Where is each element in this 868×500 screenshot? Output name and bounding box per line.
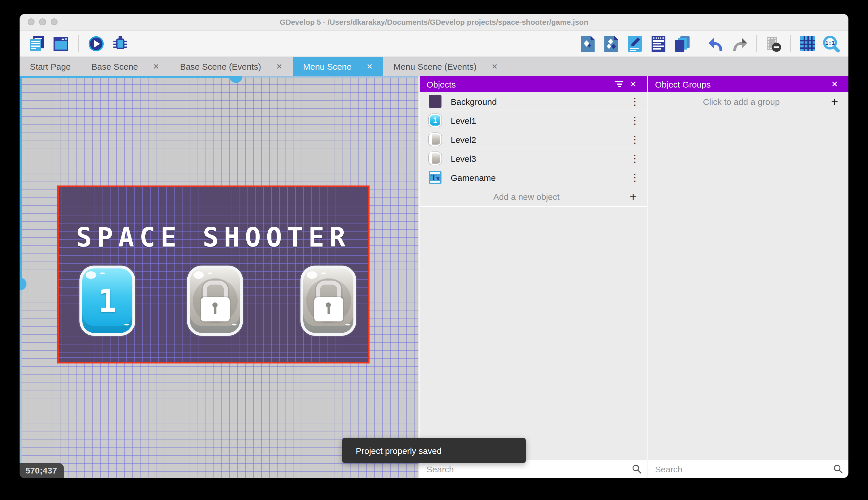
filter-icon	[615, 81, 623, 87]
groups-search-row	[648, 460, 848, 478]
game-title-text-object[interactable]: SPACE SHOOTER	[59, 222, 368, 253]
groups-search-input[interactable]	[648, 460, 848, 478]
search-icon	[632, 464, 641, 474]
instances-list-icon	[651, 35, 666, 52]
zoom-window-button[interactable]	[51, 19, 58, 25]
search-icon	[833, 464, 843, 474]
object-row-level3[interactable]: Level3 ⋮	[420, 149, 647, 168]
object-groups-editor-button[interactable]	[602, 34, 621, 53]
text-object-thumbnail: Tx	[429, 171, 442, 184]
toolbar-divider	[78, 35, 79, 52]
scene-window-icon	[52, 35, 70, 52]
add-object-row[interactable]: Add a new object +	[420, 187, 647, 207]
close-window-button[interactable]	[28, 19, 35, 25]
properties-panel-button[interactable]	[626, 34, 644, 53]
mask-toggle-button[interactable]	[764, 34, 783, 53]
toast-message: Project properly saved	[356, 445, 442, 455]
add-group-button[interactable]: +	[828, 95, 842, 108]
gdevelop-window: GDevelop 5 - /Users/dkarakay/Documents/G…	[20, 14, 848, 478]
object-menu-button[interactable]: ⋮	[629, 115, 641, 125]
object-menu-button[interactable]: ⋮	[629, 154, 641, 163]
toolbar-divider	[699, 35, 699, 52]
level1-number: 1	[82, 269, 132, 333]
object-groups-panel: Object Groups ✕ Click to add a group +	[647, 76, 848, 478]
level2-button-object[interactable]	[187, 265, 243, 336]
vertical-scrollbar-thumb[interactable]	[20, 278, 26, 290]
toolbar: 1:1	[20, 31, 848, 57]
object-groups-panel-header: Object Groups ✕	[648, 76, 848, 92]
instances-list-button[interactable]	[649, 34, 668, 53]
traffic-lights	[28, 14, 58, 30]
tab-label: Base Scene (Events)	[180, 61, 261, 71]
project-manager-icon	[28, 35, 46, 52]
close-objects-panel-button[interactable]: ✕	[626, 77, 640, 91]
lock-icon	[190, 269, 240, 333]
objects-panel: Objects ✕ Background ⋮ 1 Level1	[419, 76, 647, 478]
object-row-level2[interactable]: Level2 ⋮	[420, 130, 647, 149]
zoom-one-to-one-icon: 1:1	[822, 35, 840, 52]
object-menu-button[interactable]: ⋮	[629, 96, 641, 106]
tab-label: Menu Scene	[303, 61, 351, 71]
grid-toggle-button[interactable]	[798, 34, 817, 53]
play-icon	[87, 34, 105, 53]
window-title: GDevelop 5 - /Users/dkarakay/Documents/G…	[280, 18, 588, 26]
window-mask-icon	[765, 35, 782, 52]
object-row-gamename[interactable]: Tx Gamename ⋮	[420, 168, 647, 187]
screen: GDevelop 5 - /Users/dkarakay/Documents/G…	[0, 0, 868, 500]
objects-editor-button[interactable]	[578, 34, 597, 53]
close-object-groups-panel-button[interactable]: ✕	[828, 77, 842, 91]
objects-panel-header: Objects ✕	[420, 76, 647, 92]
tab-bar: Start Page Base Scene ✕ Base Scene (Even…	[20, 57, 848, 76]
grid-icon	[799, 35, 816, 52]
tab-start-page[interactable]: Start Page	[20, 57, 81, 76]
objects-panel-icon	[579, 35, 596, 52]
layers-editor-button[interactable]	[673, 34, 691, 53]
close-tab-icon[interactable]: ✕	[492, 62, 498, 71]
object-row-background[interactable]: Background ⋮	[420, 92, 647, 111]
level2-thumbnail	[429, 133, 442, 146]
toolbar-divider	[756, 35, 757, 52]
toolbar-left-group	[28, 34, 129, 53]
scene-canvas[interactable]: SPACE SHOOTER 1	[20, 76, 419, 478]
object-groups-panel-title: Object Groups	[655, 79, 828, 89]
minimize-window-button[interactable]	[39, 19, 46, 25]
horizontal-scrollbar[interactable]	[20, 76, 419, 78]
layers-icon	[673, 35, 691, 52]
content-area: SPACE SHOOTER 1	[20, 76, 848, 478]
toolbar-right-group: 1:1	[578, 34, 840, 53]
redo-button[interactable]	[730, 34, 749, 53]
level3-button-object[interactable]	[301, 265, 356, 336]
tab-base-scene[interactable]: Base Scene ✕	[81, 57, 170, 76]
titlebar: GDevelop 5 - /Users/dkarakay/Documents/G…	[20, 14, 848, 31]
tab-menu-scene-events[interactable]: Menu Scene (Events) ✕	[383, 57, 508, 76]
debug-button[interactable]	[111, 34, 129, 53]
close-tab-icon[interactable]: ✕	[276, 62, 282, 71]
object-groups-empty-space	[648, 111, 848, 460]
add-group-row[interactable]: Click to add a group +	[648, 92, 848, 111]
scene-editor-button[interactable]	[52, 34, 70, 53]
vertical-scrollbar[interactable]	[20, 76, 22, 478]
object-row-level1[interactable]: 1 Level1 ⋮	[420, 111, 647, 130]
level-buttons-row: 1	[59, 265, 368, 336]
lock-icon	[303, 269, 353, 333]
selected-scene-background[interactable]: SPACE SHOOTER 1	[57, 185, 370, 363]
save-toast: Project properly saved	[342, 438, 526, 463]
project-manager-button[interactable]	[28, 34, 46, 53]
object-menu-button[interactable]: ⋮	[629, 172, 641, 182]
close-tab-icon[interactable]: ✕	[366, 62, 373, 71]
tab-label: Base Scene	[92, 61, 138, 71]
tab-base-scene-events[interactable]: Base Scene (Events) ✕	[169, 57, 293, 76]
undo-button[interactable]	[707, 34, 725, 53]
tab-menu-scene[interactable]: Menu Scene ✕	[293, 57, 383, 76]
object-menu-button[interactable]: ⋮	[629, 135, 641, 144]
close-tab-icon[interactable]: ✕	[153, 62, 160, 71]
level3-thumbnail	[429, 152, 442, 165]
play-button[interactable]	[87, 34, 105, 53]
filter-objects-button[interactable]	[612, 77, 626, 91]
zoom-reset-button[interactable]: 1:1	[822, 34, 840, 53]
tab-label: Start Page	[30, 61, 71, 71]
cursor-coordinates: 570;437	[20, 463, 64, 478]
horizontal-scrollbar-thumb[interactable]	[230, 76, 242, 83]
add-object-button[interactable]: +	[626, 191, 640, 203]
level1-button-object[interactable]: 1	[80, 265, 135, 336]
